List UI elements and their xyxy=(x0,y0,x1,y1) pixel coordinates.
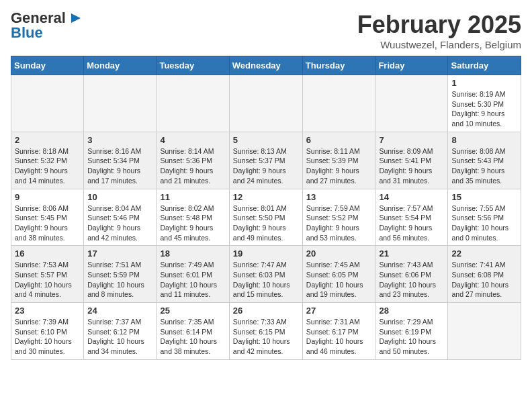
logo-blue-text: Blue xyxy=(11,26,43,40)
week-row-4: 16Sunrise: 7:53 AM Sunset: 5:57 PM Dayli… xyxy=(11,246,521,303)
weekday-header-thursday: Thursday xyxy=(302,56,375,75)
day-info: Sunrise: 8:14 AM Sunset: 5:36 PM Dayligh… xyxy=(160,146,225,186)
day-info: Sunrise: 8:08 AM Sunset: 5:43 PM Dayligh… xyxy=(451,146,517,186)
day-number: 19 xyxy=(233,248,299,259)
logo-icon xyxy=(67,11,82,26)
day-cell: 10Sunrise: 8:04 AM Sunset: 5:46 PM Dayli… xyxy=(84,189,157,246)
day-number: 5 xyxy=(233,135,299,145)
day-cell xyxy=(11,75,84,132)
day-cell: 13Sunrise: 7:59 AM Sunset: 5:52 PM Dayli… xyxy=(302,189,375,246)
day-number: 18 xyxy=(160,248,225,259)
day-cell: 28Sunrise: 7:29 AM Sunset: 6:19 PM Dayli… xyxy=(375,303,448,360)
day-number: 13 xyxy=(306,192,372,202)
day-number: 7 xyxy=(379,135,444,145)
week-row-3: 9Sunrise: 8:06 AM Sunset: 5:45 PM Daylig… xyxy=(11,189,521,246)
day-number: 26 xyxy=(233,306,299,316)
weekday-header-sunday: Sunday xyxy=(11,56,84,75)
calendar-subtitle: Wuustwezel, Flanders, Belgium xyxy=(357,39,521,50)
day-cell: 17Sunrise: 7:51 AM Sunset: 5:59 PM Dayli… xyxy=(84,246,157,303)
day-cell: 1Sunrise: 8:19 AM Sunset: 5:30 PM Daylig… xyxy=(448,75,521,132)
day-cell: 22Sunrise: 7:41 AM Sunset: 6:08 PM Dayli… xyxy=(448,246,521,303)
day-number: 14 xyxy=(379,192,444,202)
day-number: 17 xyxy=(87,248,152,259)
day-cell xyxy=(229,75,302,132)
calendar-title: February 2025 xyxy=(357,11,521,39)
day-info: Sunrise: 8:19 AM Sunset: 5:30 PM Dayligh… xyxy=(451,89,517,129)
day-cell: 26Sunrise: 7:33 AM Sunset: 6:15 PM Dayli… xyxy=(229,303,302,360)
day-info: Sunrise: 8:09 AM Sunset: 5:41 PM Dayligh… xyxy=(379,146,444,186)
day-number: 8 xyxy=(451,135,517,145)
day-number: 20 xyxy=(306,248,372,259)
day-number: 27 xyxy=(306,306,372,316)
day-number: 3 xyxy=(87,135,152,145)
day-info: Sunrise: 8:18 AM Sunset: 5:32 PM Dayligh… xyxy=(15,146,80,186)
day-number: 1 xyxy=(451,78,517,88)
day-info: Sunrise: 7:33 AM Sunset: 6:15 PM Dayligh… xyxy=(233,317,299,357)
day-number: 24 xyxy=(87,306,152,316)
week-row-5: 23Sunrise: 7:39 AM Sunset: 6:10 PM Dayli… xyxy=(11,303,521,360)
weekday-header-tuesday: Tuesday xyxy=(157,56,229,75)
day-cell: 2Sunrise: 8:18 AM Sunset: 5:32 PM Daylig… xyxy=(11,132,84,189)
day-number: 23 xyxy=(15,306,80,316)
day-number: 10 xyxy=(87,192,152,202)
day-info: Sunrise: 7:51 AM Sunset: 5:59 PM Dayligh… xyxy=(87,260,152,300)
title-area: February 2025 Wuustwezel, Flanders, Belg… xyxy=(357,11,521,50)
day-cell: 11Sunrise: 8:02 AM Sunset: 5:48 PM Dayli… xyxy=(157,189,229,246)
day-info: Sunrise: 7:35 AM Sunset: 6:14 PM Dayligh… xyxy=(160,317,225,357)
day-number: 6 xyxy=(306,135,372,145)
day-number: 25 xyxy=(160,306,225,316)
day-cell: 7Sunrise: 8:09 AM Sunset: 5:41 PM Daylig… xyxy=(375,132,448,189)
svg-marker-0 xyxy=(71,13,81,23)
day-info: Sunrise: 7:43 AM Sunset: 6:06 PM Dayligh… xyxy=(379,260,444,300)
day-cell: 19Sunrise: 7:47 AM Sunset: 6:03 PM Dayli… xyxy=(229,246,302,303)
day-cell: 4Sunrise: 8:14 AM Sunset: 5:36 PM Daylig… xyxy=(157,132,229,189)
day-number: 15 xyxy=(451,192,517,202)
day-number: 9 xyxy=(15,192,80,202)
day-number: 12 xyxy=(233,192,299,202)
day-cell: 14Sunrise: 7:57 AM Sunset: 5:54 PM Dayli… xyxy=(375,189,448,246)
day-number: 22 xyxy=(451,248,517,259)
day-info: Sunrise: 8:11 AM Sunset: 5:39 PM Dayligh… xyxy=(306,146,372,186)
day-cell: 27Sunrise: 7:31 AM Sunset: 6:17 PM Dayli… xyxy=(302,303,375,360)
day-info: Sunrise: 8:01 AM Sunset: 5:50 PM Dayligh… xyxy=(233,203,299,243)
week-row-2: 2Sunrise: 8:18 AM Sunset: 5:32 PM Daylig… xyxy=(11,132,521,189)
day-cell xyxy=(302,75,375,132)
page-header: General Blue February 2025 Wuustwezel, F… xyxy=(11,11,521,50)
day-number: 28 xyxy=(379,306,444,316)
day-cell: 23Sunrise: 7:39 AM Sunset: 6:10 PM Dayli… xyxy=(11,303,84,360)
day-cell: 20Sunrise: 7:45 AM Sunset: 6:05 PM Dayli… xyxy=(302,246,375,303)
weekday-header-friday: Friday xyxy=(375,56,448,75)
day-cell: 15Sunrise: 7:55 AM Sunset: 5:56 PM Dayli… xyxy=(448,189,521,246)
weekday-header-saturday: Saturday xyxy=(448,56,521,75)
day-cell xyxy=(157,75,229,132)
day-info: Sunrise: 8:06 AM Sunset: 5:45 PM Dayligh… xyxy=(15,203,80,243)
day-info: Sunrise: 7:29 AM Sunset: 6:19 PM Dayligh… xyxy=(379,317,444,357)
day-cell xyxy=(84,75,157,132)
day-info: Sunrise: 7:53 AM Sunset: 5:57 PM Dayligh… xyxy=(15,260,80,300)
logo: General Blue xyxy=(11,11,82,40)
day-cell: 25Sunrise: 7:35 AM Sunset: 6:14 PM Dayli… xyxy=(157,303,229,360)
day-number: 2 xyxy=(15,135,80,145)
weekday-header-row: SundayMondayTuesdayWednesdayThursdayFrid… xyxy=(11,56,521,75)
day-cell: 3Sunrise: 8:16 AM Sunset: 5:34 PM Daylig… xyxy=(84,132,157,189)
day-info: Sunrise: 7:59 AM Sunset: 5:52 PM Dayligh… xyxy=(306,203,372,243)
logo-general-text: General xyxy=(11,11,66,26)
weekday-header-monday: Monday xyxy=(84,56,157,75)
day-cell xyxy=(375,75,448,132)
calendar-table: SundayMondayTuesdayWednesdayThursdayFrid… xyxy=(11,56,521,360)
day-info: Sunrise: 8:02 AM Sunset: 5:48 PM Dayligh… xyxy=(160,203,225,243)
weekday-header-wednesday: Wednesday xyxy=(229,56,302,75)
day-cell: 21Sunrise: 7:43 AM Sunset: 6:06 PM Dayli… xyxy=(375,246,448,303)
day-info: Sunrise: 7:55 AM Sunset: 5:56 PM Dayligh… xyxy=(451,203,517,243)
day-info: Sunrise: 7:57 AM Sunset: 5:54 PM Dayligh… xyxy=(379,203,444,243)
day-cell: 8Sunrise: 8:08 AM Sunset: 5:43 PM Daylig… xyxy=(448,132,521,189)
day-cell: 12Sunrise: 8:01 AM Sunset: 5:50 PM Dayli… xyxy=(229,189,302,246)
day-info: Sunrise: 7:41 AM Sunset: 6:08 PM Dayligh… xyxy=(451,260,517,300)
day-cell: 16Sunrise: 7:53 AM Sunset: 5:57 PM Dayli… xyxy=(11,246,84,303)
day-info: Sunrise: 7:49 AM Sunset: 6:01 PM Dayligh… xyxy=(160,260,225,300)
day-cell: 5Sunrise: 8:13 AM Sunset: 5:37 PM Daylig… xyxy=(229,132,302,189)
day-number: 16 xyxy=(15,248,80,259)
day-cell: 9Sunrise: 8:06 AM Sunset: 5:45 PM Daylig… xyxy=(11,189,84,246)
day-info: Sunrise: 7:47 AM Sunset: 6:03 PM Dayligh… xyxy=(233,260,299,300)
day-info: Sunrise: 8:04 AM Sunset: 5:46 PM Dayligh… xyxy=(87,203,152,243)
